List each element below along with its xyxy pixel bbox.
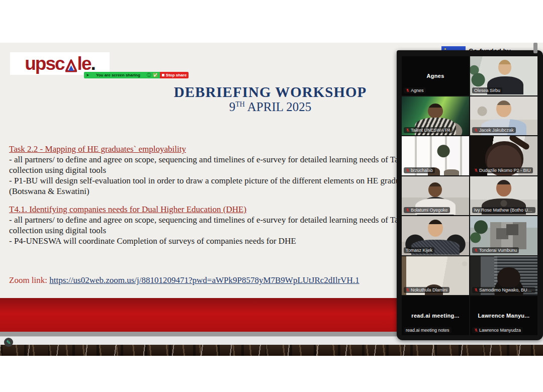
stop-square-icon	[162, 74, 164, 76]
participant-tile-bolatumi-oyegoke[interactable]: Bolatumi Oyegoke	[402, 176, 469, 216]
participant-name-tag: Lawrence Manyudza	[472, 327, 523, 333]
participant-tile-jacek-jakubczak[interactable]: Jacek Jakubczak	[470, 96, 537, 136]
participant-tile-olesea-sirbu[interactable]: Olesea Sirbu	[470, 56, 537, 95]
annotate-pencil-button[interactable]: ✎	[4, 338, 13, 347]
logo-triangle-a-icon	[65, 59, 77, 72]
screen-sharing-message: You are screen sharing	[92, 72, 145, 78]
muted-mic-icon	[406, 128, 410, 133]
muted-mic-icon	[406, 208, 410, 213]
participant-tile-nokuthula-dlamini[interactable]: Nokuthula Dlamini	[402, 256, 469, 296]
participant-name-tag: Agnes	[404, 87, 426, 93]
participant-grid: Agnes Agnes Olesea Sirbu Talent UNESWA P…	[402, 56, 537, 335]
participant-name-tag: Samodimo Ngwako, BUAN - Botsw...	[472, 287, 535, 293]
zoom-link-label: Zoom link:	[9, 275, 47, 285]
participant-name-tag: Nokuthula Dlamini	[404, 287, 449, 293]
muted-mic-icon	[406, 287, 410, 292]
muted-mic-icon	[474, 248, 478, 253]
stop-share-label: Stop share	[166, 72, 187, 78]
participant-name-tag: Jacek Jakubczak	[472, 127, 516, 133]
brick-texture-band	[0, 345, 543, 356]
muted-mic-icon	[406, 168, 410, 173]
participant-name-tag: Ivy Rose Mathew (Botho University)	[472, 207, 535, 213]
logo-text-left: upsc	[25, 54, 64, 73]
participant-tile-duduzile-nkomo[interactable]: Duduzile Nkomo P2 - BIU	[470, 136, 537, 175]
participant-tile-tonderai-vumbunu[interactable]: Tonderai Vumbunu	[470, 216, 537, 255]
participant-name-tag: Talent UNESWA P4	[404, 127, 452, 133]
muted-mic-icon	[406, 88, 410, 93]
participant-tile-samodimo-ngwako[interactable]: Samodimo Ngwako, BUAN - Botsw...	[470, 256, 537, 296]
screen-sharing-status: ➤ You are screen sharing ⓘ ✅	[84, 72, 160, 78]
logo-period: .	[90, 54, 95, 73]
participant-tile-readai[interactable]: read.ai meeting... read.ai meeting notes	[402, 296, 469, 335]
participant-name-tag: read.ai meeting notes	[404, 327, 451, 333]
participant-tile-agnes[interactable]: Agnes Agnes	[402, 56, 469, 95]
share-check-icon[interactable]: ✅	[153, 72, 158, 78]
muted-mic-icon	[474, 287, 478, 292]
zoom-link-url[interactable]: https://us02web.zoom.us/j/88101209471?pw…	[49, 275, 359, 285]
participant-tile-talent-uneswa[interactable]: Talent UNESWA P4	[402, 96, 469, 136]
participant-tile-brzuchalab[interactable]: brzuchalab	[402, 136, 469, 175]
logo-text-right: le	[77, 54, 91, 73]
pencil-icon: ✎	[6, 339, 11, 346]
participant-name-tag: Tomasz Kijek	[404, 247, 434, 253]
share-info-icon[interactable]: ⓘ	[147, 72, 151, 78]
share-cursor-icon: ➤	[86, 72, 89, 78]
participant-name-tag: Bolatumi Oyegoke	[404, 207, 450, 213]
participant-name-tag: Olesea Sirbu	[472, 87, 502, 93]
participant-tile-tomasz-kijek[interactable]: Tomasz Kijek	[402, 216, 469, 255]
participant-tile-ivy-rose-mathew[interactable]: Ivy Rose Mathew (Botho University)	[470, 176, 537, 216]
muted-mic-icon	[474, 328, 478, 333]
scrollbar-thumb[interactable]	[533, 43, 537, 53]
participant-tile-lawrence-manyudza[interactable]: Lawrence Manyu... Lawrence Manyudza	[470, 296, 537, 335]
participant-name-tag: Tonderai Vumbunu	[472, 247, 519, 253]
muted-mic-icon	[474, 168, 478, 173]
stop-share-button[interactable]: Stop share	[160, 72, 189, 78]
participant-name-tag: Duduzile Nkomo P2 - BIU	[472, 167, 533, 173]
participant-name-tag: brzuchalab	[404, 167, 435, 173]
muted-mic-icon	[474, 128, 478, 133]
video-gallery-panel: Agnes Agnes Olesea Sirbu Talent UNESWA P…	[397, 50, 543, 340]
screen-sharing-bar: ➤ You are screen sharing ⓘ ✅ Stop share	[84, 72, 189, 78]
